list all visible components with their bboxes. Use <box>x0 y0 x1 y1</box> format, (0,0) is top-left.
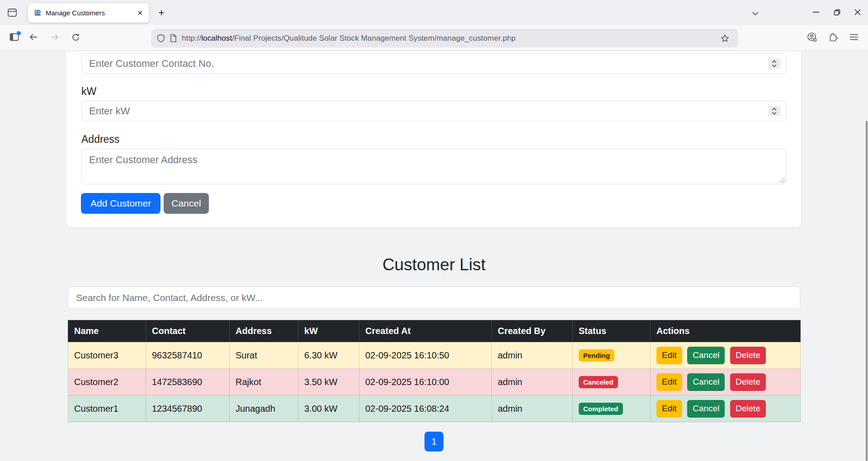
account-button[interactable] <box>804 30 820 44</box>
url-text: http://localhost/Final Projects/Qualitud… <box>182 34 516 43</box>
cell-address: Junagadh <box>230 395 298 422</box>
forward-button[interactable] <box>47 30 62 44</box>
list-all-tabs-button[interactable] <box>748 6 763 21</box>
account-icon <box>807 32 817 42</box>
header-address: Address <box>230 320 298 342</box>
number-spinner[interactable] <box>768 58 780 69</box>
cancel-order-button[interactable]: Cancel <box>687 347 725 364</box>
page-content: kW Address Add Customer Cancel Customer … <box>0 52 868 461</box>
status-badge: Pending <box>579 349 614 362</box>
cell-actions: Edit Cancel Delete <box>651 395 801 422</box>
table-row: Customer3 9632587410 Surat 6.30 kW 02-09… <box>68 342 801 369</box>
notification-dot <box>17 31 21 35</box>
delete-button[interactable]: Delete <box>730 347 766 364</box>
cell-name: Customer2 <box>68 369 146 395</box>
cell-actions: Edit Cancel Delete <box>651 369 801 395</box>
navigation-toolbar: http://localhost/Final Projects/Qualitud… <box>0 25 868 51</box>
back-button[interactable] <box>26 30 41 44</box>
new-tab-button[interactable]: + <box>154 5 169 20</box>
shield-icon <box>157 34 165 43</box>
cell-contact: 9632587410 <box>146 342 230 369</box>
close-icon <box>854 9 861 15</box>
cell-contact: 1472583690 <box>146 369 230 395</box>
cell-kw: 3.00 kW <box>298 395 359 422</box>
contact-field-wrap <box>81 53 786 74</box>
close-window-button[interactable] <box>847 5 868 20</box>
cancel-order-button[interactable]: Cancel <box>687 373 725 391</box>
edit-button[interactable]: Edit <box>656 400 682 418</box>
pagination: 1 <box>0 432 868 452</box>
cell-address: Surat <box>230 342 298 369</box>
tab-favicon <box>34 9 42 17</box>
vertical-scrollbar[interactable] <box>866 121 868 461</box>
url-bar[interactable]: http://localhost/Final Projects/Qualitud… <box>151 29 738 47</box>
status-badge: Completed <box>579 403 623 415</box>
window-controls <box>806 5 868 20</box>
header-status: Status <box>573 320 651 342</box>
restore-window-button[interactable] <box>826 5 847 20</box>
cell-status: Pending <box>573 342 651 369</box>
cell-name: Customer1 <box>68 395 146 422</box>
form-buttons: Add Customer Cancel <box>81 193 209 214</box>
reload-button[interactable] <box>68 30 83 44</box>
edit-button[interactable]: Edit <box>656 347 682 364</box>
cell-created-by: admin <box>492 395 573 422</box>
back-arrow-icon <box>29 33 38 41</box>
cell-address: Rajkot <box>230 369 298 395</box>
sidebar-button[interactable] <box>6 30 22 44</box>
kw-input[interactable] <box>81 101 786 121</box>
cell-status: Canceled <box>573 369 651 395</box>
forward-arrow-icon <box>50 33 59 41</box>
add-customer-button[interactable]: Add Customer <box>81 193 160 214</box>
tab-close-button[interactable]: ✕ <box>135 8 146 19</box>
delete-button[interactable]: Delete <box>730 373 766 391</box>
minimize-button[interactable] <box>806 5 826 20</box>
cell-actions: Edit Cancel Delete <box>651 342 801 369</box>
form-cancel-button[interactable]: Cancel <box>164 193 208 214</box>
cell-created-at: 02-09-2025 16:10:50 <box>359 342 492 369</box>
cell-created-by: admin <box>492 369 573 395</box>
cell-created-at: 02-09-2025 16:08:24 <box>359 395 492 422</box>
browser-tab[interactable]: Manage Customers ✕ <box>28 3 149 23</box>
cell-created-at: 02-09-2025 16:10:00 <box>359 369 492 395</box>
header-name: Name <box>68 320 146 342</box>
cell-kw: 6.30 kW <box>298 342 359 369</box>
search-input[interactable] <box>68 287 800 309</box>
contact-input[interactable] <box>81 53 786 74</box>
extensions-button[interactable] <box>826 30 841 44</box>
delete-button[interactable]: Delete <box>730 400 766 418</box>
address-textarea[interactable] <box>81 149 786 184</box>
kw-label: kW <box>81 85 96 98</box>
minimize-icon <box>813 12 819 13</box>
table-row: Customer2 1472583690 Rajkot 3.50 kW 02-0… <box>68 369 801 395</box>
page-info-icon <box>170 34 177 42</box>
menu-button[interactable] <box>846 30 862 44</box>
puzzle-icon <box>829 33 838 42</box>
search-box <box>68 287 800 309</box>
header-created-at: Created At <box>359 320 492 342</box>
page-1-button[interactable]: 1 <box>425 432 443 452</box>
url-path: /Final Projects/Qualitude Solar Stock Ma… <box>232 34 515 42</box>
hamburger-menu-icon <box>850 34 858 40</box>
sidebar-icon <box>9 33 19 41</box>
cell-contact: 1234567890 <box>146 395 230 422</box>
bookmark-star-button[interactable] <box>717 31 732 46</box>
cancel-order-button[interactable]: Cancel <box>687 400 725 418</box>
tab-overview-button[interactable] <box>5 5 20 20</box>
reload-icon <box>71 33 80 42</box>
status-badge: Canceled <box>579 376 618 388</box>
tab-bar: Manage Customers ✕ + <box>0 0 868 25</box>
edit-button[interactable]: Edit <box>656 373 682 391</box>
table-row: Customer1 1234567890 Junagadh 3.00 kW 02… <box>68 395 801 422</box>
restore-window-icon <box>834 9 840 16</box>
cell-status: Completed <box>573 395 651 422</box>
cell-created-by: admin <box>492 342 573 369</box>
number-spinner[interactable] <box>768 106 780 116</box>
add-customer-form-card: kW Address Add Customer Cancel <box>66 51 801 227</box>
customer-table-wrap: Name Contact Address kW Created At Creat… <box>68 320 800 422</box>
header-actions: Actions <box>651 320 801 342</box>
kw-field-wrap <box>81 101 786 121</box>
header-created-by: Created By <box>492 320 573 342</box>
header-contact: Contact <box>146 320 230 342</box>
customer-list-title: Customer List <box>0 255 868 274</box>
